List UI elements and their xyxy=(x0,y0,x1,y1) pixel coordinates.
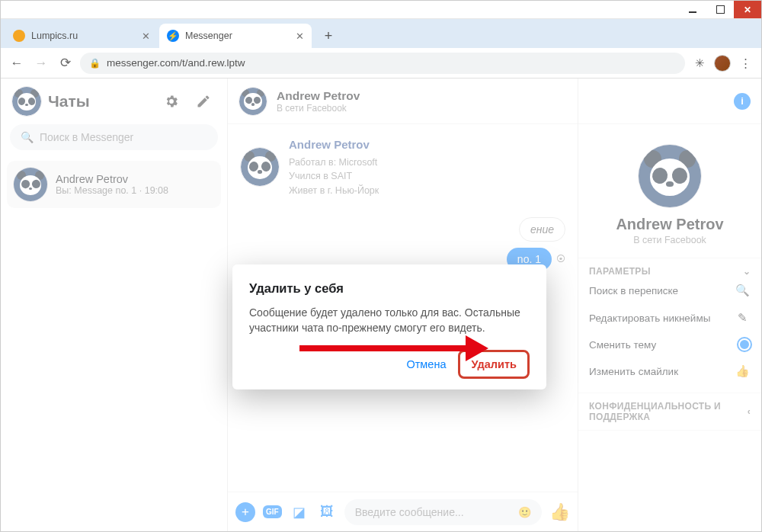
close-tab-icon[interactable]: ✕ xyxy=(296,30,304,42)
cancel-button[interactable]: Отмена xyxy=(399,352,453,377)
close-tab-icon[interactable]: ✕ xyxy=(142,30,150,42)
tab-title: Messenger xyxy=(185,30,232,41)
modal-body: Сообщение будет удалено только для вас. … xyxy=(249,305,530,336)
window-close-button[interactable] xyxy=(734,1,761,18)
profile-avatar-icon[interactable] xyxy=(714,55,731,72)
back-button[interactable]: ← xyxy=(7,53,27,73)
window-maximize-button[interactable] xyxy=(706,1,734,18)
browser-toolbar: ← → ⟳ 🔒 messenger.com/t/and.rew.lptw ✳ ⋮ xyxy=(1,48,761,79)
tab-strip: Lumpics.ru ✕ ⚡ Messenger ✕ + xyxy=(1,19,761,48)
modal-title: Удалить у себя xyxy=(249,281,530,296)
window-titlebar xyxy=(1,1,761,19)
address-text: messenger.com/t/and.rew.lptw xyxy=(107,57,245,69)
browser-window: Lumpics.ru ✕ ⚡ Messenger ✕ + ← → ⟳ 🔒 mes… xyxy=(0,0,762,532)
delete-button[interactable]: Удалить xyxy=(458,350,530,379)
browser-tab-lumpics[interactable]: Lumpics.ru ✕ xyxy=(5,24,158,48)
browser-tab-messenger[interactable]: ⚡ Messenger ✕ xyxy=(159,24,312,48)
delete-confirmation-modal: Удалить у себя Сообщение будет удалено т… xyxy=(232,264,546,389)
reload-button[interactable]: ⟳ xyxy=(56,53,75,73)
window-minimize-button[interactable] xyxy=(679,1,706,18)
extension-icon[interactable]: ✳ xyxy=(690,53,709,73)
address-bar[interactable]: 🔒 messenger.com/t/and.rew.lptw xyxy=(80,53,685,74)
favicon-messenger-icon: ⚡ xyxy=(167,30,179,42)
favicon-lumpics-icon xyxy=(13,30,25,42)
lock-icon: 🔒 xyxy=(89,58,101,69)
new-tab-button[interactable]: + xyxy=(318,25,339,46)
tab-title: Lumpics.ru xyxy=(31,30,78,41)
forward-button[interactable]: → xyxy=(31,53,51,73)
browser-menu-button[interactable]: ⋮ xyxy=(735,53,755,73)
